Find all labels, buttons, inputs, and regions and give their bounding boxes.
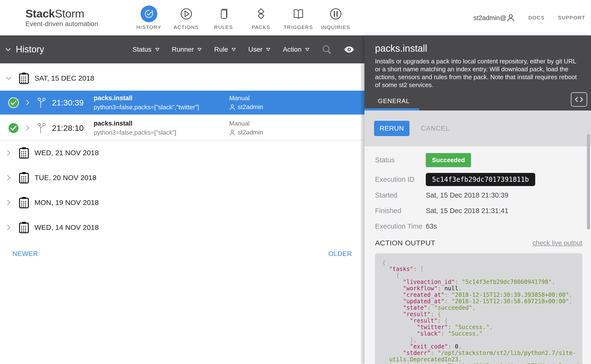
code-view-button[interactable] (571, 92, 587, 107)
logo-bold-part: Stack (25, 7, 55, 20)
nav-item-triggers[interactable]: TRIGGERS (283, 6, 313, 30)
date-group-label: SAT, 15 DEC 2018 (34, 74, 94, 82)
nav-item-history[interactable]: HISTORY (134, 6, 164, 30)
chevron-right-icon (7, 224, 12, 231)
filter-user[interactable]: User (248, 46, 270, 53)
execution-time: 21:30:39 (52, 98, 88, 107)
eye-icon[interactable] (344, 46, 354, 53)
caret-down-icon (266, 48, 270, 51)
date-group-label: MON, 19 NOV 2018 (34, 199, 99, 207)
caret-down-icon (232, 48, 236, 51)
rerun-button[interactable]: RERUN (374, 121, 410, 136)
field-label: Started (375, 191, 426, 199)
trigger-type: Manual (229, 94, 364, 102)
nav-label: PACKS (246, 24, 276, 30)
execution-meta: Manual st2admin (229, 120, 364, 136)
field-execution-id: Execution ID 5c14f3efb29dc7017391811b (375, 173, 582, 186)
calendar-icon (19, 172, 29, 184)
caret-down-icon (305, 48, 309, 51)
stackstorm-logo[interactable]: StackStorm Event-driven automation (25, 8, 98, 28)
action-run-icon (37, 123, 46, 133)
action-run-icon (37, 97, 46, 108)
field-value: Sat, 15 Dec 2018 21:31:41 (426, 207, 508, 215)
calendar-icon (19, 72, 29, 84)
inquiries-icon (327, 6, 344, 22)
action-params: python3=false,packs=["slack"] (94, 129, 229, 136)
execution-id-badge[interactable]: 5c14f3efb29dc7017391811b (426, 173, 535, 186)
username: st2admin@ (473, 14, 506, 22)
date-group-collapsed[interactable]: WED, 21 NOV 2018 (0, 140, 364, 165)
filter-status[interactable]: Status (132, 46, 159, 53)
chevron-right-icon[interactable] (26, 125, 29, 131)
execution-main: packs.install python3=false,packs=["slac… (94, 94, 229, 111)
nav-item-rules[interactable]: RULES (209, 6, 239, 30)
older-link[interactable]: OLDER (328, 250, 352, 258)
tab-general[interactable]: GENERAL (378, 97, 410, 105)
detail-action-title: packs.install (375, 43, 580, 54)
logo-title: StackStorm (25, 8, 98, 19)
date-group-label: WED, 21 NOV 2018 (34, 149, 99, 157)
date-group-label: TUE, 20 NOV 2018 (34, 174, 96, 182)
field-value: 63s (426, 222, 437, 230)
calendar-icon (19, 197, 29, 208)
execution-meta: Manual st2admin (229, 94, 364, 111)
filter-rule[interactable]: Rule (214, 46, 236, 53)
account-menu[interactable]: st2admin@ (473, 14, 515, 22)
date-group-collapsed[interactable]: MON, 19 NOV 2018 (0, 190, 364, 215)
success-check-icon (8, 123, 19, 134)
detail-body: Status Succeeded Execution ID 5c14f3efb2… (364, 146, 591, 364)
chevron-right-icon[interactable] (26, 99, 29, 106)
panel-scrollbar-thumb[interactable] (587, 134, 590, 230)
execution-list: SAT, 15 DEC 2018 21:30:39 packs.install … (0, 63, 364, 364)
nav-label: HISTORY (134, 24, 164, 30)
account-area: st2admin@ DOCS SUPPORT (473, 14, 585, 22)
docs-link[interactable]: DOCS (528, 15, 544, 20)
chevron-down-icon (5, 48, 11, 52)
date-group-label: WED, 14 NOV 2018 (34, 223, 99, 232)
status-badge: Succeeded (426, 153, 471, 167)
main-nav: HISTORY ACTIONS RULES PACKS (134, 6, 351, 30)
nav-label: TRIGGERS (283, 24, 313, 30)
pagination: NEWER OLDER (0, 250, 364, 258)
filter-action[interactable]: Action (283, 46, 309, 53)
nav-item-packs[interactable]: PACKS (246, 6, 276, 30)
top-header: StackStorm Event-driven automation HISTO… (0, 0, 591, 35)
cancel-button[interactable]: CANCEL (421, 125, 450, 132)
triggers-icon (290, 6, 307, 22)
date-group-collapsed[interactable]: WED, 14 NOV 2018 (0, 215, 364, 240)
filter-runner[interactable]: Runner (172, 46, 202, 53)
nav-label: ACTIONS (171, 24, 201, 30)
action-output-title: ACTION OUTPUT (375, 239, 435, 247)
field-status: Status Succeeded (375, 153, 582, 167)
detail-action-description: Installs or upgrades a pack into local c… (375, 57, 580, 89)
chevron-right-icon (7, 150, 12, 156)
nav-item-actions[interactable]: ACTIONS (171, 6, 201, 30)
logo-light-part: Storm (55, 7, 84, 20)
execution-row[interactable]: 21:30:39 packs.install python3=false,pac… (0, 91, 364, 115)
main-area: History Status Runner Rule User Action (0, 35, 591, 364)
calendar-icon (19, 221, 29, 234)
nav-item-inquiries[interactable]: INQUIRIES (321, 6, 351, 30)
detail-header: packs.install Installs or upgrades a pac… (364, 35, 591, 110)
user-icon (507, 14, 515, 22)
check-live-output-link[interactable]: check live output (532, 239, 582, 247)
action-name: packs.install (94, 94, 229, 102)
field-label: Status (375, 156, 426, 164)
field-execution-time: Execution Time 63s (375, 222, 582, 230)
action-output-header: ACTION OUTPUT check live output (375, 239, 582, 247)
newer-link[interactable]: NEWER (13, 250, 38, 258)
packs-icon (253, 6, 269, 22)
field-started: Started Sat, 15 Dec 2018 21:30:39 (375, 191, 582, 199)
stackstorm-app: StackStorm Event-driven automation HISTO… (0, 0, 591, 364)
filter-bar: Status Runner Rule User Action (132, 45, 354, 55)
search-icon[interactable] (322, 45, 332, 55)
field-label: Execution Time (375, 222, 426, 230)
list-scrollbar[interactable] (361, 63, 364, 364)
date-group-collapsed[interactable]: TUE, 20 NOV 2018 (0, 165, 364, 190)
action-output-code[interactable]: { "tasks": [ { "liveaction_id": "5c14f3e… (375, 253, 582, 364)
execution-row[interactable]: 21:28:10 packs.install python3=false,pac… (0, 116, 364, 140)
history-title-toggle[interactable]: History (5, 44, 44, 55)
support-link[interactable]: SUPPORT (558, 15, 585, 20)
date-group-expanded[interactable]: SAT, 15 DEC 2018 (0, 66, 364, 91)
execution-detail-panel: packs.install Installs or upgrades a pac… (364, 35, 591, 364)
